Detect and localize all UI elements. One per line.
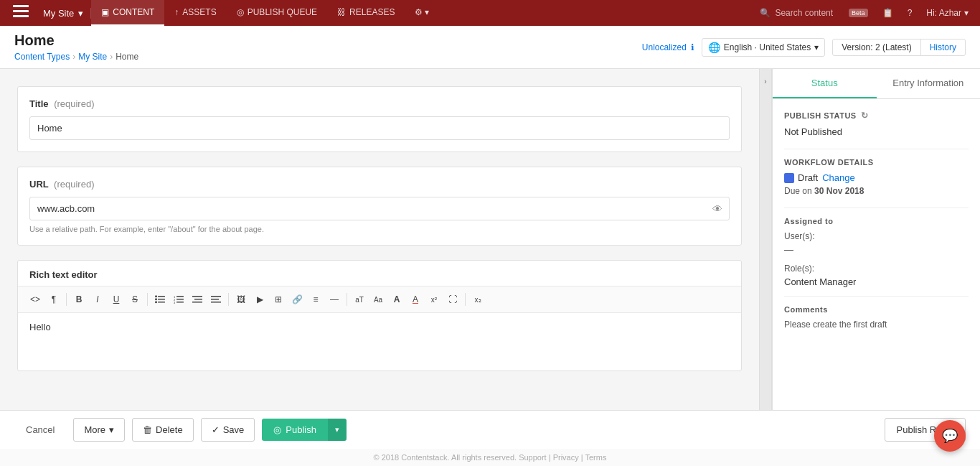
nav-tab-assets[interactable]: ↑ ASSETS xyxy=(164,0,226,26)
publish-status-label: PUBLISH STATUS xyxy=(784,111,857,120)
due-date-value: 30 Nov 2018 xyxy=(814,186,864,196)
site-selector[interactable]: My Site ▾ xyxy=(36,8,91,19)
search-label: Search content xyxy=(775,8,833,18)
rte-hr-btn[interactable]: — xyxy=(326,291,343,308)
rte-ol-btn[interactable]: 123 xyxy=(170,291,187,308)
workflow-state-label: Draft xyxy=(798,172,818,183)
assets-tab-label: ASSETS xyxy=(182,7,216,17)
language-selector[interactable]: 🌐 English · United States ▾ xyxy=(702,38,825,57)
nav-tab-releases[interactable]: ⛓ RELEASES xyxy=(327,0,405,26)
breadcrumb-my-site[interactable]: My Site xyxy=(78,52,107,62)
nav-logo[interactable] xyxy=(6,5,36,22)
rte-underline-btn[interactable]: U xyxy=(108,291,125,308)
rte-font-color-btn[interactable]: A xyxy=(388,291,405,308)
breadcrumb: Content Types › My Site › Home xyxy=(14,52,138,62)
rte-link-btn[interactable]: 🔗 xyxy=(288,291,306,308)
rte-ul-btn[interactable] xyxy=(151,291,169,308)
url-hint: Use a relative path. For example, enter … xyxy=(29,225,730,233)
user-menu[interactable]: Hi: Azhar ▾ xyxy=(920,8,974,18)
nav-tab-content[interactable]: ▣ CONTENT xyxy=(91,0,164,26)
rte-align-btn[interactable]: ≡ xyxy=(307,291,324,308)
lang-chevron-icon: ▾ xyxy=(814,42,819,52)
nav-tab-publish-queue[interactable]: ◎ PUBLISH QUEUE xyxy=(227,0,327,26)
rte-code-btn[interactable]: <> xyxy=(27,291,44,308)
url-input[interactable] xyxy=(29,197,730,220)
svg-text:3: 3 xyxy=(174,301,176,304)
title-input[interactable] xyxy=(29,116,730,140)
publish-button-group: ◎ Publish ▾ xyxy=(262,419,347,441)
rte-subscript-btn[interactable]: x₂ xyxy=(469,291,486,308)
history-button[interactable]: History xyxy=(921,39,965,55)
delete-button[interactable]: 🗑 Delete xyxy=(132,418,194,442)
beta-settings-button[interactable]: Beta xyxy=(843,9,874,17)
nav-right-actions: Beta 📋 ? Hi: Azhar ▾ xyxy=(843,8,974,18)
more-button[interactable]: More ▾ xyxy=(73,418,125,442)
panel-collapse-handle[interactable]: › xyxy=(759,69,772,410)
rte-superscript-btn[interactable]: x² xyxy=(425,291,443,308)
rte-special-chars-btn[interactable]: aT xyxy=(351,291,368,308)
delete-icon: 🗑 xyxy=(143,424,152,435)
rte-group: Rich text editor <> ¶ B I U S 123 xyxy=(17,260,742,371)
locale-info-icon: ℹ xyxy=(691,42,694,52)
search-area[interactable]: 🔍 Search content xyxy=(750,8,843,18)
publish-status-section: PUBLISH STATUS ↻ xyxy=(784,111,969,121)
right-panel: Status Entry Information PUBLISH STATUS … xyxy=(772,69,980,410)
rte-paragraph-btn[interactable]: ¶ xyxy=(45,291,62,308)
settings-icon: ⚙ xyxy=(415,7,423,17)
eye-icon[interactable]: 👁 xyxy=(712,203,722,215)
cancel-button[interactable]: Cancel xyxy=(14,419,66,441)
svg-rect-3 xyxy=(158,296,165,297)
refresh-icon[interactable]: ↻ xyxy=(861,111,869,121)
locale-toggle[interactable]: Unlocalized ℹ xyxy=(642,42,694,52)
roles-label: Role(s): xyxy=(784,264,969,274)
svg-point-7 xyxy=(155,298,157,300)
save-button[interactable]: ✓ Save xyxy=(201,418,255,442)
rte-indent-left-btn[interactable] xyxy=(189,291,206,308)
rte-bold-btn[interactable]: B xyxy=(70,291,88,308)
workflow-change-button[interactable]: Change xyxy=(822,172,855,183)
workflow-details-section: WORKFLOW DETAILS xyxy=(784,158,969,167)
workflow-status-row: Draft Change xyxy=(784,172,969,183)
comments-section: Comments Please create the first draft xyxy=(784,305,969,330)
more-label: More xyxy=(84,424,105,435)
rte-strikethrough-btn[interactable]: S xyxy=(126,291,143,308)
rte-fullscreen-btn[interactable]: ⛶ xyxy=(444,291,461,308)
tab-status[interactable]: Status xyxy=(773,69,877,98)
publish-button[interactable]: ◎ Publish xyxy=(262,419,328,441)
rte-image-btn[interactable]: 🖼 xyxy=(232,291,250,308)
chat-bubble[interactable]: 💬 xyxy=(934,420,966,452)
top-navigation: My Site ▾ ▣ CONTENT ↑ ASSETS ◎ PUBLISH Q… xyxy=(0,0,980,26)
workflow-dot xyxy=(784,173,794,183)
breadcrumb-content-types[interactable]: Content Types xyxy=(14,52,70,62)
url-label: URL (required) xyxy=(29,179,730,190)
rte-font-size-btn[interactable]: Aa xyxy=(369,291,387,308)
svg-rect-10 xyxy=(176,299,184,300)
svg-rect-20 xyxy=(211,302,221,303)
svg-rect-0 xyxy=(13,5,29,7)
language-label: English · United States xyxy=(724,42,811,52)
notification-icon: 📋 xyxy=(882,8,893,18)
comments-text: Please create the first draft xyxy=(784,320,969,330)
svg-rect-2 xyxy=(13,15,29,17)
rte-table-btn[interactable]: ⊞ xyxy=(270,291,287,308)
publish-dropdown-button[interactable]: ▾ xyxy=(328,419,347,441)
users-value: — xyxy=(784,244,969,255)
delete-label: Delete xyxy=(156,424,183,435)
nav-tab-settings[interactable]: ⚙ ▾ xyxy=(405,0,439,26)
assigned-label: Assigned to xyxy=(784,217,969,225)
rte-sep-5 xyxy=(465,293,466,306)
breadcrumb-bar: Home Content Types › My Site › Home Unlo… xyxy=(0,26,980,69)
rte-indent-right-btn[interactable] xyxy=(207,291,225,308)
workflow-details-label: WORKFLOW DETAILS xyxy=(784,158,874,167)
tab-entry-information[interactable]: Entry Information xyxy=(877,69,981,98)
more-chevron-icon: ▾ xyxy=(109,424,114,435)
rte-highlight-btn[interactable]: A xyxy=(407,291,424,308)
save-checkmark-icon: ✓ xyxy=(212,424,220,435)
svg-point-8 xyxy=(155,301,157,303)
rte-video-btn[interactable]: ▶ xyxy=(251,291,268,308)
notification-button[interactable]: 📋 xyxy=(877,8,899,18)
rte-italic-btn[interactable]: I xyxy=(89,291,106,308)
url-field-group: URL (required) 👁 Use a relative path. Fo… xyxy=(17,167,742,246)
help-button[interactable]: ? xyxy=(902,8,918,18)
rte-content-area[interactable]: Hello xyxy=(18,313,741,371)
